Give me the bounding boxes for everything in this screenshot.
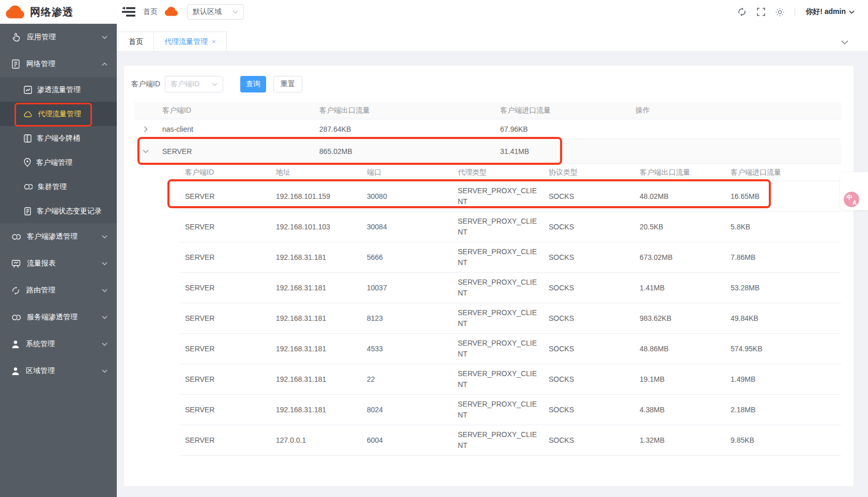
doc-record-icon: [24, 207, 32, 215]
chevron-down-icon: [102, 343, 107, 346]
sub-table-row: SERVER 192.168.31.181 5666 SERVER_PROXY_…: [180, 242, 841, 273]
sidebar-item-client-management[interactable]: 客户端管理: [0, 150, 117, 175]
sidebar-item-traffic-report[interactable]: 流量报表: [0, 250, 117, 277]
expand-row-icon[interactable]: [134, 119, 157, 138]
tab-home[interactable]: 首页: [118, 32, 154, 51]
tab-close-icon[interactable]: ×: [212, 38, 216, 45]
tab-overflow-chevron-icon[interactable]: [841, 40, 848, 45]
chevron-down-icon: [102, 316, 107, 319]
subcell-client-id: SERVER: [180, 395, 271, 425]
sidebar-item-client-token-bucket[interactable]: 客户端令牌桶: [0, 126, 117, 150]
cell-client-id: SERVER: [157, 139, 314, 163]
sidebar-item-label: 渗透流量管理: [37, 85, 81, 95]
app-title: 网络渗透: [30, 5, 73, 19]
subcol-client-id: 客户端ID: [180, 164, 271, 181]
sidebar-item-proxy-traffic[interactable]: 代理流量管理: [0, 102, 117, 126]
subcell-protocol: SOCKS: [544, 212, 634, 242]
header-actions: 你好! admin: [737, 0, 855, 24]
sidebar-item-app-management[interactable]: 应用管理: [0, 24, 117, 51]
cell-out-traffic: 865.02MB: [314, 139, 495, 163]
sidebar-item-route-management[interactable]: 路由管理: [0, 277, 117, 304]
header-cloud-icon[interactable]: [164, 6, 179, 17]
sub-table: 客户端ID 地址 端口 代理类型 协议类型 客户端出口流量 客户端进口流量 SE…: [180, 164, 841, 456]
subcell-address: 192.168.31.181: [271, 273, 362, 303]
main-table: 客户端ID 客户端出口流量 客户端进口流量 操作 nas-client 287.…: [134, 102, 841, 456]
sidebar-item-client-penetration[interactable]: 客户端渗透管理: [0, 223, 117, 250]
table-row-expanded: SERVER 865.02MB 31.41MB: [134, 139, 841, 164]
tab-label: 首页: [129, 37, 143, 46]
client-id-label: 客户端ID: [131, 80, 160, 89]
translate-badge-icon[interactable]: 中 A: [844, 192, 859, 207]
cell-out-traffic: 287.64KB: [314, 119, 495, 138]
client-id-select[interactable]: 客户端ID: [165, 76, 223, 92]
search-button[interactable]: 查询: [240, 76, 266, 92]
subcell-address: 192.168.101.103: [271, 212, 362, 242]
sidebar-item-client-status-records[interactable]: 客户端状态变更记录: [0, 199, 117, 223]
reset-button[interactable]: 重置: [273, 76, 302, 92]
theme-sun-icon[interactable]: [776, 8, 784, 17]
subcell-client-id: SERVER: [180, 303, 271, 333]
cloud-icon: [24, 111, 33, 117]
translate-en-glyph: A: [853, 199, 857, 206]
sidebar-item-cluster-management[interactable]: 集群管理: [0, 175, 117, 199]
sidebar-item-server-penetration[interactable]: 服务端渗透管理: [0, 304, 117, 331]
subcell-address: 127.0.0.1: [271, 425, 362, 455]
sidebar-item-label: 应用管理: [27, 33, 102, 42]
subcell-address: 192.168.31.181: [271, 395, 362, 425]
sidebar-item-label: 流量报表: [27, 259, 102, 268]
chevron-down-icon: [102, 36, 107, 39]
col-out-traffic: 客户端出口流量: [314, 102, 495, 119]
sub-table-row: SERVER 127.0.0.1 6004 SERVER_PROXY_CLIEN…: [180, 425, 841, 456]
subcell-proxy-type: SERVER_PROXY_CLIENT: [458, 429, 538, 451]
logo-cloud-icon: [5, 5, 26, 19]
subcell-out-traffic: 1.41MB: [634, 273, 725, 303]
expand-column-header: [134, 102, 157, 119]
subcell-in-traffic: 5.8KB: [725, 212, 841, 242]
route-refresh-icon: [11, 286, 20, 295]
user-menu[interactable]: 你好! admin: [805, 7, 855, 17]
chevron-down-icon: [102, 262, 107, 266]
subcell-protocol: SOCKS: [544, 425, 634, 455]
refresh-icon[interactable]: [737, 7, 747, 17]
subcell-client-id: SERVER: [180, 181, 271, 211]
cluster-icon: [11, 314, 21, 321]
subcell-client-id: SERVER: [180, 425, 271, 455]
client-id-select-placeholder: 客户端ID: [171, 80, 199, 89]
subcell-address: 192.168.101.159: [271, 181, 362, 211]
floating-widget: 中 A: [840, 172, 868, 210]
subcell-port: 6004: [362, 425, 453, 455]
subcell-out-traffic: 19.1MB: [634, 364, 725, 394]
subcell-proxy-type: SERVER_PROXY_CLIENT: [458, 246, 538, 268]
subcell-client-id: SERVER: [180, 273, 271, 303]
subcell-proxy-type: SERVER_PROXY_CLIENT: [458, 307, 538, 329]
content-card: 客户端ID 客户端ID 查询 重置 客户端ID 客户端出口流量 客户端进口流量 …: [124, 66, 854, 486]
subcell-protocol: SOCKS: [544, 364, 634, 394]
subcol-out-traffic: 客户端出口流量: [634, 164, 725, 181]
user-icon: [11, 340, 20, 349]
sidebar-item-region-management[interactable]: 区域管理: [0, 358, 117, 384]
sidebar-item-system-management[interactable]: 系统管理: [0, 331, 117, 358]
subcol-address: 地址: [271, 164, 362, 181]
table-row: nas-client 287.64KB 67.96KB: [134, 119, 841, 139]
subcell-address: 192.168.31.181: [271, 242, 362, 272]
collapse-row-icon[interactable]: [134, 139, 157, 163]
sidebar-submenu-network: 渗透流量管理 代理流量管理 客户端令牌桶: [0, 77, 117, 223]
token-bucket-icon: [24, 134, 32, 143]
logo: 网络渗透: [0, 0, 117, 24]
col-in-traffic: 客户端进口流量: [495, 102, 630, 119]
breadcrumb-home[interactable]: 首页: [143, 7, 158, 17]
user-greeting: 你好! admin: [805, 7, 846, 17]
subcell-in-traffic: 2.18MB: [725, 395, 841, 425]
region-select[interactable]: 默认区域: [187, 4, 244, 20]
region-select-value: 默认区域: [193, 7, 222, 17]
sidebar-collapse-icon[interactable]: [122, 7, 135, 17]
subcell-port: 8024: [362, 395, 453, 425]
sidebar-item-network-management[interactable]: 网络管理: [0, 51, 117, 77]
sidebar-item-penetration-traffic[interactable]: 渗透流量管理: [0, 77, 117, 102]
sub-table-row: SERVER 192.168.31.181 8024 SERVER_PROXY_…: [180, 395, 841, 425]
sidebar-item-label: 客户端令牌桶: [37, 134, 80, 143]
tab-proxy-traffic[interactable]: 代理流量管理 ×: [154, 32, 227, 51]
subcell-in-traffic: 7.86MB: [725, 242, 841, 272]
fullscreen-icon[interactable]: [757, 8, 765, 16]
subcell-client-id: SERVER: [180, 242, 271, 272]
